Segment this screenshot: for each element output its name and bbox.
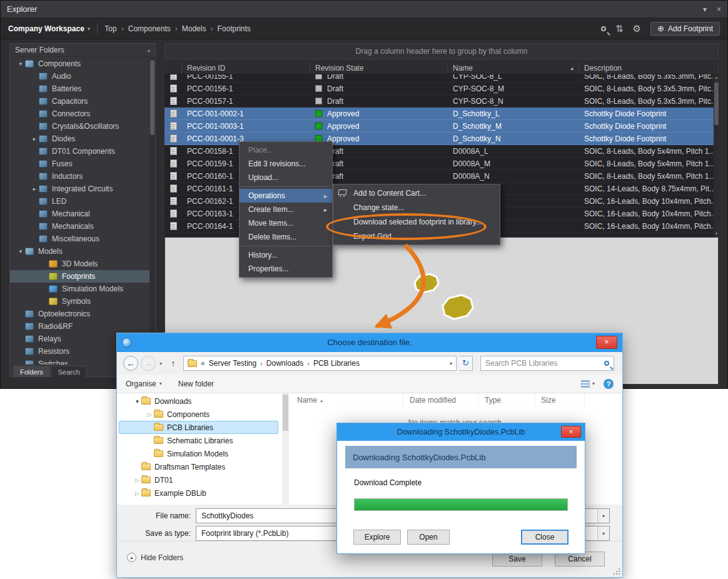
organise-menu[interactable]: Organise ▾ [126,380,162,388]
address-segment-downloads[interactable]: Downloads [266,359,303,368]
address-segment-pcb-libraries[interactable]: PCB Libraries [313,359,360,368]
expander-icon[interactable]: ▾ [133,398,141,405]
sidebar-item-miscellaneous[interactable]: Miscellaneous [10,233,149,245]
menu-item-edit-3-revisions[interactable]: Edit 3 revisions... [240,157,332,171]
menu-item-create-item[interactable]: Create Item...▸ [240,203,332,216]
expander-icon[interactable]: ▸ [30,136,39,142]
column-header-revision-state[interactable]: Revision State [310,62,448,74]
scrollbar-thumb[interactable] [714,83,719,125]
menu-item-upload[interactable]: Upload... [240,171,332,184]
sidebar-item-symbols[interactable]: Symbols [10,295,149,308]
back-button[interactable]: ← [123,356,138,371]
scroll-down-icon[interactable]: ▼ [714,231,719,237]
folder-item-downloads[interactable]: ▾Downloads [118,395,281,408]
menu-item-history[interactable]: History... [240,248,332,262]
new-folder-button[interactable]: New folder [178,380,214,388]
sidebar-item-mechanical[interactable]: Mechanical [10,208,149,220]
tree-scrollbar[interactable] [282,393,289,505]
sidebar-item-mechanicals[interactable]: Mechanicals [10,220,149,233]
expander-icon[interactable]: ▸ [30,186,39,192]
sidebar-item-led[interactable]: LED [10,195,149,208]
sidebar-item-integrated-circuits[interactable]: ▸Integrated Circuits [10,183,149,195]
scrollbar-thumb[interactable] [150,60,154,135]
forward-button[interactable]: → [141,356,156,371]
submenu-item-download-selected-footprint-in-library[interactable]: Download selected footprint in library..… [333,214,500,229]
list-column-size[interactable]: Size [535,393,585,407]
tab-search[interactable]: Search [51,366,87,377]
explore-button[interactable]: Explore [353,530,401,545]
folder-item-example-dblib[interactable]: ▷Example DBLib [118,486,281,500]
menu-item-place[interactable]: Place... [240,143,332,157]
panel-menu-icon[interactable]: ▾ [703,5,707,14]
sidebar-item-optoelectronics[interactable]: Optoelectronics [10,308,149,320]
chevron-down-icon[interactable]: ▾ [450,361,452,366]
table-row[interactable]: PCC-001-0003-1ApprovedD_Schottky_MSchott… [164,120,714,133]
close-button[interactable]: × [561,426,581,438]
group-by-bar[interactable]: Drag a column header here to group by th… [164,43,719,59]
sidebar-item-footprints[interactable]: Footprints [10,270,149,283]
folder-item-pcb-libraries[interactable]: PCB Libraries [118,421,281,434]
submenu-item-add-to-content-cart[interactable]: Add to Content Cart... [333,186,500,200]
sidebar-item-connectors[interactable]: Connectors [10,108,149,120]
sidebar-item-dt01-components[interactable]: DT01 Components [10,145,149,158]
table-row[interactable]: PCC-00155-1DraftCYP-SOC-8_LSOIC, 8-Leads… [164,74,714,83]
open-button[interactable]: Open [407,530,450,545]
breadcrumb-item-components[interactable]: Components [128,24,171,33]
address-segment-server-testing[interactable]: Server Testing [209,359,256,368]
expander-icon[interactable]: ▾ [16,248,25,254]
up-button[interactable]: ↑ [166,356,181,370]
expander-icon[interactable]: ▷ [133,477,141,483]
list-column-type[interactable]: Type [478,393,535,407]
expander-icon[interactable]: ▾ [16,61,25,67]
column-header-description[interactable]: Description [579,62,719,74]
recent-locations-icon[interactable]: ▾ [159,361,162,366]
sidebar-item-fuses[interactable]: Fuses [10,158,149,170]
sidebar-item-models[interactable]: ▾Models [10,245,149,258]
folder-item-simulation-models[interactable]: Simulation Models [118,447,281,460]
chevron-down-icon[interactable]: ▾ [597,509,609,523]
address-bar[interactable]: «Server Testing›Downloads›PCB Libraries … [183,356,457,371]
hide-folders-button[interactable]: ▲ Hide Folders [127,553,183,562]
refresh-icon[interactable]: ↻ [459,356,473,371]
search-input[interactable] [485,359,604,368]
breadcrumb-item-top[interactable]: Top [104,24,116,33]
sidebar-item-crystals-oscillators[interactable]: Crystals&Oscillators [10,120,149,133]
sidebar-item-audio[interactable]: Audio [10,70,149,83]
chevron-down-icon[interactable]: ▾ [597,526,609,540]
close-icon[interactable]: × [717,5,721,14]
help-icon[interactable]: ? [604,379,614,389]
sidebar-item-radio-rf[interactable]: Radio&RF [10,320,149,333]
sidebar-item-3d-models[interactable]: 3D Models [10,258,149,270]
close-button[interactable]: × [596,336,617,349]
list-column-name[interactable]: Name▴ [291,393,403,407]
list-column-date-modified[interactable]: Date modified [403,393,478,407]
sidebar-item-components[interactable]: ▾Components [10,58,149,70]
submenu-item-export-grid[interactable]: Export Grid... [333,229,500,243]
sidebar-item-batteries[interactable]: Batteries [10,83,149,95]
sidebar-item-simulation-models[interactable]: Simulation Models [10,283,149,295]
grid-scrollbar[interactable]: ▲ ▼ [714,74,719,237]
views-button[interactable]: ▾ [581,380,595,388]
tab-folders[interactable]: Folders [13,366,50,377]
breadcrumb-item-models[interactable]: Models [182,24,206,33]
submenu-item-change-state[interactable]: Change state... [333,200,500,214]
folder-item-draftsman-templates[interactable]: Draftsman Templates [118,460,281,473]
column-header-revision-id[interactable]: Revision ID [182,62,310,74]
menu-item-move-items[interactable]: Move Items... [240,216,332,230]
close-dialog-button[interactable]: Close [521,530,569,545]
sidebar-item-capacitors[interactable]: Capacitors [10,95,149,108]
gear-icon[interactable]: ⚙ [633,23,641,34]
table-row[interactable]: PCC-00156-1DraftCYP-SOC-8_MSOIC, 8-Leads… [164,83,714,95]
sidebar-scrollbar[interactable] [149,58,155,365]
table-row[interactable]: PCC-001-0002-1ApprovedD_Schottky_LSchott… [164,108,714,120]
search-box[interactable] [480,356,614,371]
breadcrumb-item-footprints[interactable]: Footprints [217,24,250,33]
scrollbar-thumb[interactable] [283,395,288,431]
folder-item-components[interactable]: ▷Components [118,408,281,421]
menu-item-delete-items[interactable]: Delete Items... [240,230,332,244]
search-icon[interactable] [601,26,606,31]
scroll-up-icon[interactable]: ▲ [714,74,719,81]
menu-item-properties[interactable]: Properties... [240,262,332,276]
expander-icon[interactable]: ▷ [146,411,154,418]
workspace-selector[interactable]: Company Workspace ▾ [8,24,90,33]
